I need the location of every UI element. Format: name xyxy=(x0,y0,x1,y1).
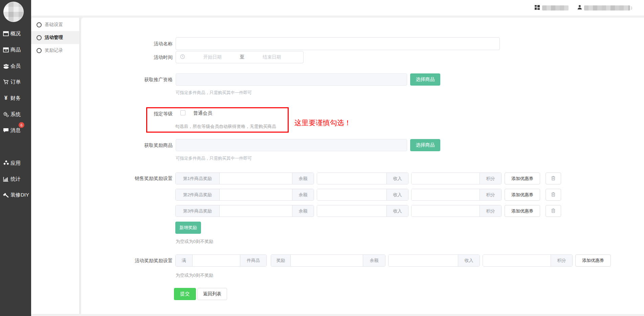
sidebar-item-overview[interactable]: 概况 xyxy=(0,29,31,38)
sales-rewards-note: 为空或为0则不奖励 xyxy=(176,239,213,245)
income-input[interactable] xyxy=(317,173,386,184)
points-input[interactable] xyxy=(412,173,480,184)
messages-badge: 6 xyxy=(19,122,24,128)
page: 概况 商品 会员 订单 ¥ 财务 系统 消息 6 应用 xyxy=(0,0,644,316)
trash-icon xyxy=(551,176,556,181)
balance-input[interactable] xyxy=(291,255,363,266)
balance-input[interactable] xyxy=(220,173,292,184)
radio-circle-icon xyxy=(37,35,42,40)
trash-icon xyxy=(551,208,556,213)
orders-icon xyxy=(3,79,9,85)
sales-reward-row-2: 第2件商品奖励 余额 收入 积分 添加优惠券 xyxy=(175,189,561,201)
income-unit-addon: 收入 xyxy=(386,173,408,184)
top-bar-right: ） xyxy=(535,0,635,16)
subnav-item-reward-records[interactable]: 奖励记录 xyxy=(31,44,79,57)
subnav-item-basic-settings[interactable]: 基础设置 xyxy=(31,18,79,31)
points-input[interactable] xyxy=(412,205,480,217)
sidebar-item-goods[interactable]: 商品 xyxy=(0,45,31,54)
quantity-input[interactable] xyxy=(193,255,240,266)
add-coupon-button[interactable]: 添加优惠券 xyxy=(505,205,540,217)
sidebar-item-apps[interactable]: 应用 xyxy=(0,159,31,167)
apps-icon xyxy=(3,160,9,166)
apps-grid-icon[interactable] xyxy=(535,4,540,11)
activity-name-label: 活动名称 xyxy=(102,38,173,50)
points-unit-addon: 积分 xyxy=(480,205,501,217)
add-coupon-button[interactable]: 添加优惠券 xyxy=(505,189,540,201)
delete-reward-row-button[interactable] xyxy=(546,205,561,217)
level-checkbox[interactable] xyxy=(180,110,185,115)
add-reward-button[interactable]: 新增奖励 xyxy=(175,222,201,234)
reward-prefix-addon: 第1件商品奖励 xyxy=(176,173,220,184)
start-date-field[interactable]: 开始日期 xyxy=(185,54,240,60)
full-prefix-addon: 满 xyxy=(176,255,193,266)
activity-time-label: 活动时间 xyxy=(102,51,173,63)
sales-reward-row-1: 第1件商品奖励 余额 收入 积分 添加优惠券 xyxy=(175,173,561,184)
points-input[interactable] xyxy=(483,255,551,266)
reward-goods-label: 获取奖励商品 xyxy=(102,139,173,151)
activity-name-input[interactable] xyxy=(176,37,500,50)
sidebar-item-finance[interactable]: ¥ 财务 xyxy=(0,94,31,103)
select-goods-button-reward[interactable]: 选择商品 xyxy=(410,139,440,151)
radio-circle-icon xyxy=(37,22,42,27)
balance-unit-addon: 余额 xyxy=(292,189,314,200)
promo-qualification-input[interactable] xyxy=(176,73,407,86)
points-unit-addon: 积分 xyxy=(480,189,501,200)
username-suffix: ） xyxy=(630,5,635,11)
system-icon xyxy=(3,112,9,117)
points-input[interactable] xyxy=(412,189,480,200)
user-icon[interactable] xyxy=(577,5,582,11)
activity-time-range-picker[interactable]: 开始日期 至 结束日期 xyxy=(176,51,304,63)
back-to-list-button[interactable]: 返回列表 xyxy=(197,288,227,300)
sidebar-item-decorate-diy[interactable]: 装修DIY xyxy=(0,190,31,199)
add-coupon-button[interactable]: 添加优惠券 xyxy=(505,173,540,184)
redacted-username[interactable] xyxy=(584,5,630,10)
income-input[interactable] xyxy=(317,189,386,200)
reward-goods-hint: 可指定多件商品，只需购买其中一件即可 xyxy=(176,156,252,161)
balance-input[interactable] xyxy=(220,205,292,217)
activity-rewards-note: 为空或为0则不奖励 xyxy=(176,272,213,278)
activity-rewards-label: 活动奖励奖励设置 xyxy=(102,254,173,267)
redacted-shop-name[interactable] xyxy=(542,5,569,10)
promo-qualification-label: 获取推广资格 xyxy=(102,73,173,86)
submit-button[interactable]: 提交 xyxy=(174,288,196,300)
points-unit-addon: 积分 xyxy=(480,173,501,184)
trash-icon xyxy=(551,192,556,197)
delete-reward-row-button[interactable] xyxy=(546,189,561,201)
finance-icon: ¥ xyxy=(3,95,9,101)
income-unit-addon: 收入 xyxy=(386,189,408,200)
sidebar-item-members[interactable]: 会员 xyxy=(0,62,31,70)
income-unit-addon: 收入 xyxy=(458,255,480,266)
sidebar-item-messages[interactable]: 消息 6 xyxy=(0,126,31,135)
avatar[interactable] xyxy=(3,2,24,22)
reward-goods-input[interactable] xyxy=(176,139,407,151)
add-coupon-button[interactable]: 添加优惠券 xyxy=(575,254,611,267)
sidebar-item-orders[interactable]: 订单 xyxy=(0,77,31,86)
balance-unit-addon: 余额 xyxy=(292,205,314,217)
level-option-label[interactable]: 普通会员 xyxy=(193,110,212,116)
clock-icon xyxy=(180,54,185,61)
select-goods-button-promo[interactable]: 选择商品 xyxy=(410,73,440,86)
balance-input[interactable] xyxy=(220,189,292,200)
decorate-diy-icon xyxy=(3,192,9,198)
promo-qualification-hint: 可指定多件商品，只需购买其中一件即可 xyxy=(176,90,252,96)
balance-unit-addon: 余额 xyxy=(292,173,314,184)
sales-rewards-label: 销售奖励奖励设置 xyxy=(102,172,173,184)
balance-unit-addon: 余额 xyxy=(363,255,385,266)
sidebar-item-statistics[interactable]: 统计 xyxy=(0,175,31,183)
income-input[interactable] xyxy=(388,255,458,266)
reward-prefix-addon: 第2件商品奖励 xyxy=(176,189,220,200)
messages-icon xyxy=(3,128,9,133)
income-input[interactable] xyxy=(317,205,386,217)
points-unit-addon: 积分 xyxy=(551,255,572,266)
delete-reward-row-button[interactable] xyxy=(546,173,561,184)
sidebar-item-system[interactable]: 系统 xyxy=(0,110,31,119)
secondary-sidebar: 基础设置 活动管理 奖励记录 xyxy=(31,18,80,314)
subnav-item-activity-management[interactable]: 活动管理 xyxy=(31,31,79,44)
top-bar: ） xyxy=(31,0,644,16)
caution-annotation-text: 这里要谨慎勾选！ xyxy=(294,118,351,128)
statistics-icon xyxy=(3,177,9,182)
income-unit-addon: 收入 xyxy=(386,205,408,217)
radio-circle-icon xyxy=(37,48,42,53)
date-range-separator: 至 xyxy=(240,54,245,60)
end-date-field[interactable]: 结束日期 xyxy=(245,54,299,60)
